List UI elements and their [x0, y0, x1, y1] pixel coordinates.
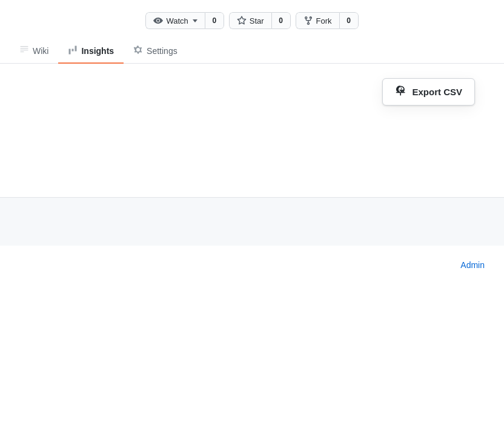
main-content: Export CSV: [0, 64, 504, 197]
watch-count[interactable]: 0: [205, 12, 224, 29]
star-label: Star: [250, 16, 264, 25]
fork-button[interactable]: Fork: [296, 12, 339, 29]
admin-link[interactable]: Admin: [460, 260, 485, 270]
settings-icon: [133, 45, 143, 56]
export-csv-icon: [395, 85, 407, 99]
star-icon: [237, 16, 247, 25]
tab-wiki[interactable]: Wiki: [10, 39, 58, 64]
export-btn-wrapper: Export CSV: [10, 78, 494, 106]
watch-btn-group: Watch 0: [145, 12, 224, 29]
tab-settings-label: Settings: [147, 46, 177, 56]
tabs-container: Wiki Insights Settings: [0, 39, 504, 64]
tab-insights[interactable]: Insights: [58, 39, 124, 64]
fork-btn-group: Fork 0: [296, 12, 359, 29]
admin-link-area: Admin: [0, 246, 504, 284]
tab-insights-label: Insights: [81, 46, 114, 56]
wiki-icon: [19, 45, 29, 56]
watch-chevron-icon: [193, 19, 197, 22]
watch-button[interactable]: Watch: [145, 12, 204, 29]
star-count[interactable]: 0: [271, 12, 291, 29]
fork-icon: [303, 16, 313, 25]
watch-label: Watch: [166, 16, 188, 25]
insights-icon: [68, 45, 78, 56]
star-btn-group: Star 0: [229, 12, 291, 29]
footer-area: [0, 197, 504, 246]
tab-wiki-label: Wiki: [33, 46, 48, 56]
tab-settings[interactable]: Settings: [124, 39, 187, 64]
top-bar: Watch 0 Star 0 Fork 0: [0, 0, 504, 39]
eye-icon: [153, 16, 163, 25]
fork-label: Fork: [316, 16, 332, 25]
export-csv-button[interactable]: Export CSV: [382, 78, 475, 106]
fork-count[interactable]: 0: [339, 12, 359, 29]
star-button[interactable]: Star: [229, 12, 271, 29]
export-csv-label: Export CSV: [412, 87, 462, 97]
